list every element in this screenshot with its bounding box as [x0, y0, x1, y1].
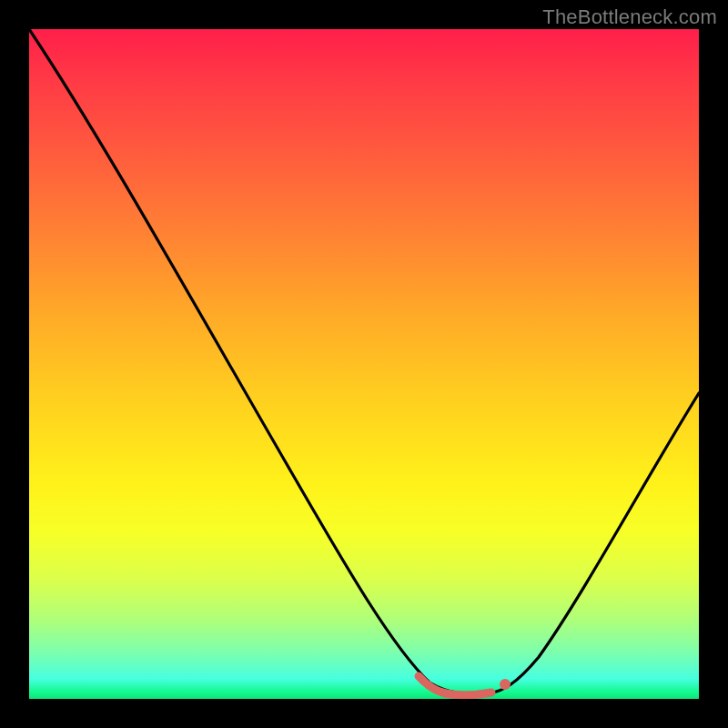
- plot-area: [29, 29, 699, 699]
- watermark-text: TheBottleneck.com: [542, 5, 717, 29]
- bottleneck-curve: [29, 29, 699, 699]
- optimum-band-dot: [500, 679, 511, 690]
- chart-frame: TheBottleneck.com: [0, 0, 728, 728]
- optimum-band-left: [419, 676, 446, 693]
- curve-path: [29, 29, 699, 694]
- optimum-band-mid: [446, 693, 491, 695]
